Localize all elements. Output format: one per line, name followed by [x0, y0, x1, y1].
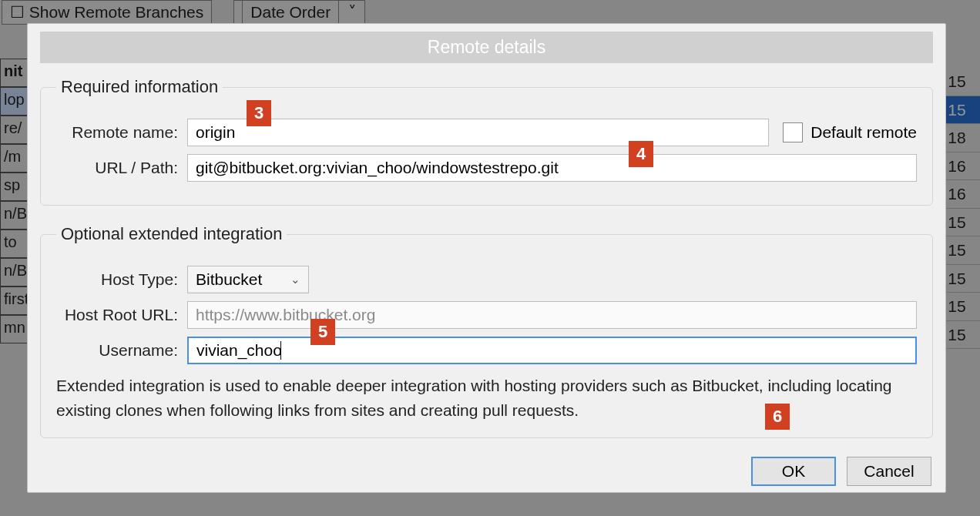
chevron-down-icon: ⌄ [290, 273, 300, 286]
host-type-value: Bitbucket [196, 270, 262, 289]
url-path-label: URL / Path: [56, 159, 187, 177]
host-root-url-field: https://www.bitbucket.org [187, 301, 917, 329]
remote-name-label: Remote name: [56, 123, 187, 142]
url-path-input[interactable] [187, 154, 917, 182]
required-information-group: Required information Remote name: Defaul… [40, 77, 933, 206]
remote-name-input[interactable] [187, 119, 769, 146]
username-label: Username: [56, 341, 187, 360]
dialog-title: Remote details [40, 32, 933, 63]
remote-details-dialog: Remote details Required information Remo… [27, 23, 946, 493]
host-type-label: Host Type: [56, 270, 187, 289]
host-root-url-label: Host Root URL: [56, 306, 187, 324]
optional-legend: Optional extended integration [56, 224, 287, 244]
integration-help-text: Extended integration is used to enable d… [56, 374, 917, 422]
default-remote-checkbox[interactable] [783, 122, 803, 142]
host-type-dropdown[interactable]: Bitbucket ⌄ [187, 266, 309, 293]
required-legend: Required information [56, 77, 223, 97]
optional-integration-group: Optional extended integration Host Type:… [40, 224, 933, 438]
ok-button[interactable]: OK [751, 457, 836, 486]
username-input[interactable]: vivian_choo [187, 337, 917, 364]
cancel-button[interactable]: Cancel [847, 457, 931, 486]
text-caret [280, 341, 281, 360]
default-remote-label: Default remote [811, 123, 917, 142]
